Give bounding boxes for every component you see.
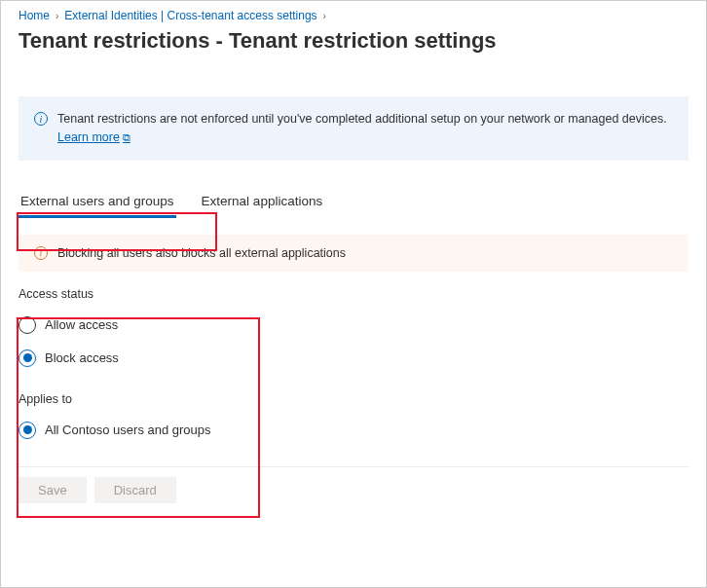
radio-allow-access[interactable]: Allow access — [19, 316, 688, 334]
breadcrumb-external-identities[interactable]: External Identities | Cross-tenant acces… — [64, 9, 316, 22]
tab-external-applications[interactable]: External applications — [200, 186, 325, 218]
radio-icon — [19, 349, 36, 367]
access-status-label: Access status — [19, 287, 688, 301]
save-button[interactable]: Save — [19, 477, 87, 503]
chevron-right-icon: › — [56, 11, 58, 21]
applies-to-label: Applies to — [19, 392, 688, 406]
discard-button[interactable]: Discard — [94, 477, 176, 503]
warning-text: Blocking all users also blocks all exter… — [57, 246, 346, 260]
info-banner: i Tenant restrictions are not enforced u… — [19, 96, 688, 161]
learn-more-link[interactable]: Learn more⧉ — [57, 130, 130, 144]
radio-block-access[interactable]: Block access — [19, 349, 688, 367]
breadcrumb-home[interactable]: Home — [19, 9, 50, 22]
footer-buttons: Save Discard — [19, 466, 688, 503]
breadcrumb: Home › External Identities | Cross-tenan… — [1, 1, 706, 26]
info-text: Tenant restrictions are not enforced unt… — [57, 112, 667, 126]
radio-label: Allow access — [45, 317, 118, 332]
radio-label: Block access — [45, 350, 119, 365]
radio-all-contoso-users[interactable]: All Contoso users and groups — [19, 422, 688, 439]
chevron-right-icon: › — [323, 11, 326, 21]
info-icon: i — [34, 112, 48, 126]
warning-banner: i Blocking all users also blocks all ext… — [19, 235, 688, 272]
external-link-icon: ⧉ — [123, 131, 130, 143]
tabs: External users and groups External appli… — [19, 186, 688, 219]
radio-icon — [19, 316, 36, 334]
tab-external-users-groups[interactable]: External users and groups — [19, 186, 176, 218]
warning-icon: i — [34, 246, 48, 260]
page-title: Tenant restrictions - Tenant restriction… — [1, 26, 706, 67]
radio-label: All Contoso users and groups — [45, 423, 211, 437]
radio-icon — [19, 422, 36, 439]
